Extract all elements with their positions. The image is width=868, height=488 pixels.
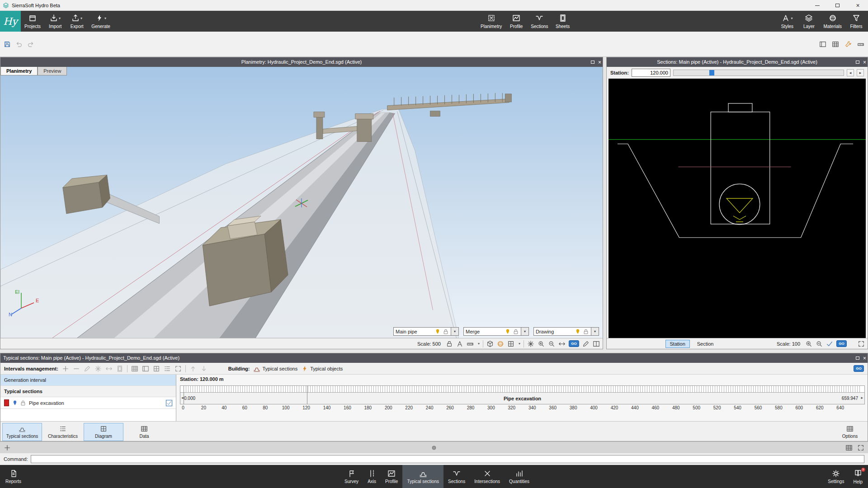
- layout-icon[interactable]: [593, 340, 600, 347]
- planimetry-3d-scene[interactable]: [0, 67, 603, 338]
- profile-view-button[interactable]: Profile: [505, 11, 527, 32]
- splitter-handle[interactable]: [432, 446, 436, 450]
- lock-icon[interactable]: [20, 400, 26, 406]
- zoom-in-icon[interactable]: [538, 340, 545, 347]
- interval-table-icon[interactable]: [131, 365, 138, 372]
- sections-close-icon[interactable]: ×: [863, 60, 866, 65]
- tab-typical-sections[interactable]: Typical sections: [2, 423, 42, 441]
- edit-interval-icon[interactable]: [84, 365, 91, 372]
- section-canvas[interactable]: [609, 79, 866, 338]
- main-pipe-combo-caret[interactable]: ▾: [451, 327, 459, 336]
- station-slider-thumb[interactable]: [709, 70, 714, 75]
- list-row-typical-sections[interactable]: Typical sections: [0, 386, 176, 397]
- planimetry-close-icon[interactable]: ×: [598, 60, 601, 65]
- close-button[interactable]: ×: [848, 0, 868, 11]
- splitter-strip[interactable]: [0, 441, 868, 453]
- pipe-excavation-checkbox[interactable]: [166, 400, 172, 406]
- planimetry-go-button[interactable]: GO: [569, 340, 579, 347]
- level-icon[interactable]: [467, 340, 474, 347]
- typical-sections-go-button[interactable]: GO: [854, 365, 864, 372]
- interval-ruler[interactable]: ◂ 0.000 Pipe excavation 659.947 ▸: [180, 385, 865, 404]
- nav-quantities[interactable]: Quantities: [505, 465, 534, 488]
- planimetry-view-button[interactable]: Planimetry: [477, 11, 505, 32]
- styles-caret-icon[interactable]: ▾: [791, 16, 793, 20]
- zoom-out-icon[interactable]: [816, 340, 823, 347]
- form-view-icon[interactable]: [832, 41, 839, 48]
- zoom-out-icon[interactable]: [548, 340, 555, 347]
- measure-icon[interactable]: [857, 41, 864, 48]
- nav-profile[interactable]: Profile: [381, 465, 402, 488]
- snap-icon[interactable]: [527, 340, 534, 347]
- nav-axis[interactable]: Axis: [363, 465, 381, 488]
- command-input[interactable]: [31, 455, 864, 463]
- generate-caret-icon[interactable]: ▾: [104, 16, 106, 20]
- apply-icon[interactable]: [826, 340, 833, 347]
- move-up-icon[interactable]: [189, 365, 197, 372]
- station-next-button[interactable]: ▸: [857, 69, 864, 76]
- typical-sections-maximize-icon[interactable]: [856, 357, 859, 360]
- sections-view-button[interactable]: Sections: [527, 11, 552, 32]
- zoom-in-icon[interactable]: [805, 340, 812, 347]
- pin-icon[interactable]: [505, 328, 511, 335]
- merge-combo-caret[interactable]: ▾: [521, 327, 529, 336]
- building-typical-objects-button[interactable]: Typical objects: [301, 365, 343, 372]
- nav-survey[interactable]: Survey: [340, 465, 363, 488]
- drawing-combo-caret[interactable]: ▾: [591, 327, 599, 336]
- station-input[interactable]: [632, 69, 670, 77]
- toggle-properties-panel-icon[interactable]: [819, 41, 826, 48]
- merge-combo[interactable]: Merge ▾: [463, 327, 529, 336]
- remove-interval-icon[interactable]: [73, 365, 80, 372]
- help-button[interactable]: ? Help: [849, 465, 867, 488]
- tab-planimetry[interactable]: Planimetry: [0, 67, 38, 75]
- export-button[interactable]: ▾ Export: [66, 11, 88, 32]
- interval-list-icon[interactable]: [164, 365, 171, 372]
- interval-scroll-left-icon[interactable]: ◂: [181, 395, 184, 400]
- save-icon[interactable]: [4, 41, 11, 48]
- interval-panel-icon[interactable]: [142, 365, 149, 372]
- interval-grid-icon[interactable]: [153, 365, 160, 372]
- add-panel-icon[interactable]: [4, 444, 11, 451]
- interval-bar[interactable]: ◂ 0.000 Pipe excavation 659.947 ▸: [180, 392, 864, 404]
- planimetry-viewport[interactable]: Planimetry Preview El E N Main pipe: [0, 67, 603, 338]
- lock-icon[interactable]: [443, 328, 449, 335]
- layer-button[interactable]: Layer: [798, 11, 820, 32]
- minimize-button[interactable]: [807, 0, 827, 11]
- export-caret-icon[interactable]: ▾: [80, 16, 82, 20]
- redo-icon[interactable]: [27, 41, 34, 48]
- projects-button[interactable]: Projects: [21, 11, 44, 32]
- sheets-view-button[interactable]: Sheets: [552, 11, 574, 32]
- nav-typical-sections[interactable]: Typical sections: [402, 465, 443, 488]
- building-typical-sections-button[interactable]: Typical sections: [253, 365, 297, 372]
- level-caret-icon[interactable]: ▾: [478, 342, 480, 346]
- pin-icon[interactable]: [575, 328, 581, 335]
- options-button[interactable]: Options: [834, 423, 866, 441]
- import-caret-icon[interactable]: ▾: [59, 16, 61, 20]
- lock-icon[interactable]: [583, 328, 589, 335]
- panel-table-icon[interactable]: [845, 444, 853, 451]
- color-swatch[interactable]: [4, 399, 9, 406]
- filters-button[interactable]: Filters: [845, 11, 867, 32]
- panel-expand-icon[interactable]: [857, 444, 864, 451]
- import-button[interactable]: ▾ Import: [44, 11, 66, 32]
- unlock-icon[interactable]: [446, 340, 453, 347]
- app-logo[interactable]: Hy: [0, 11, 21, 32]
- grid-caret-icon[interactable]: ▾: [519, 342, 520, 346]
- main-pipe-combo[interactable]: Main pipe ▾: [393, 327, 459, 336]
- section-mode-button[interactable]: Section: [693, 340, 718, 348]
- station-prev-button[interactable]: ◂: [847, 69, 854, 76]
- tab-preview[interactable]: Preview: [38, 67, 67, 75]
- list-row-generation-interval[interactable]: Generation interval: [0, 375, 176, 386]
- move-down-icon[interactable]: [200, 365, 208, 372]
- tab-characteristics[interactable]: Characteristics: [43, 423, 83, 441]
- orbit-3d-icon[interactable]: [486, 340, 494, 347]
- interval-scroll-right-icon[interactable]: ▸: [861, 395, 863, 400]
- list-row-pipe-excavation[interactable]: Pipe excavation: [0, 397, 176, 409]
- materials-button[interactable]: Materials: [820, 11, 845, 32]
- station-mode-button[interactable]: Station: [665, 340, 690, 348]
- fullscreen-icon[interactable]: [858, 340, 865, 347]
- reports-button[interactable]: Reports: [1, 465, 26, 488]
- interval-expand-icon[interactable]: [175, 365, 182, 372]
- fit-width-icon[interactable]: [558, 340, 566, 347]
- settings-button[interactable]: Settings: [823, 465, 849, 488]
- grid-icon[interactable]: [507, 340, 514, 347]
